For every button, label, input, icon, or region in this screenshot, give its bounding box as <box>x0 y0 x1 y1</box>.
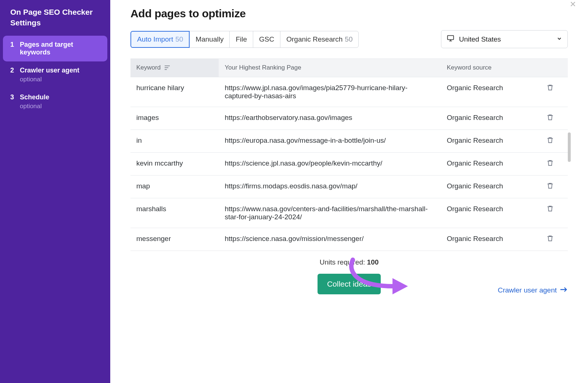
trash-icon[interactable] <box>546 159 554 167</box>
units-label: Units required: <box>320 258 367 266</box>
units-value: 100 <box>367 258 379 266</box>
trash-icon[interactable] <box>546 205 554 212</box>
trash-icon[interactable] <box>546 136 554 144</box>
tab-label: File <box>236 35 247 43</box>
footer: Units required: 100 Collect ideas Crawle… <box>130 258 568 305</box>
svg-rect-1 <box>165 65 170 66</box>
keywords-table-wrap: Keyword Your Highest Ranking Page Keywor… <box>130 58 568 251</box>
sidebar-title: On Page SEO Checker Settings <box>0 7 110 36</box>
nav-optional: optional <box>20 103 49 110</box>
country-select[interactable]: United States <box>441 30 568 48</box>
nav-number: 2 <box>10 67 15 83</box>
trash-icon[interactable] <box>546 182 554 189</box>
next-link-label: Crawler user agent <box>498 286 557 294</box>
cell-source: Organic Research <box>441 77 541 107</box>
chevron-down-icon <box>556 35 562 43</box>
tab-label: Auto Import <box>137 35 173 43</box>
column-label: Keyword <box>136 64 161 71</box>
main-content: Add pages to optimize Auto Import 50 Man… <box>110 0 588 383</box>
column-header-keyword[interactable]: Keyword <box>130 59 219 77</box>
page-title: Add pages to optimize <box>130 7 568 20</box>
cell-url: https://science.jpl.nasa.gov/people/kevi… <box>219 152 441 175</box>
cell-url: https://www.jpl.nasa.gov/images/pia25779… <box>219 77 441 107</box>
tab-count: 50 <box>345 35 352 43</box>
sidebar-item-crawler-user-agent[interactable]: 2 Crawler user agent optional <box>3 61 107 88</box>
tab-manually[interactable]: Manually <box>189 31 230 48</box>
tab-label: Manually <box>196 35 223 43</box>
cell-source: Organic Research <box>441 107 541 130</box>
trash-icon[interactable] <box>546 235 554 242</box>
cell-keyword: in <box>130 130 219 152</box>
cell-keyword: kevin mccarthy <box>130 152 219 175</box>
sidebar: On Page SEO Checker Settings 1 Pages and… <box>0 0 110 383</box>
trash-icon[interactable] <box>546 114 554 121</box>
cell-url: https://science.nasa.gov/mission/messeng… <box>219 228 441 251</box>
crawler-user-agent-link[interactable]: Crawler user agent <box>498 286 568 294</box>
keywords-table: Keyword Your Highest Ranking Page Keywor… <box>130 59 568 251</box>
cell-url: https://earthobservatory.nasa.gov/images <box>219 107 441 130</box>
nav-number: 3 <box>10 93 15 110</box>
nav-label: Crawler user agent <box>20 67 79 74</box>
units-required: Units required: 100 <box>130 258 568 266</box>
import-tabs: Auto Import 50 Manually File GSC Organic… <box>130 31 359 48</box>
toolbar: Auto Import 50 Manually File GSC Organic… <box>130 30 568 48</box>
table-row: marshallshttps://www.nasa.gov/centers-an… <box>130 198 568 228</box>
cell-keyword: images <box>130 107 219 130</box>
cell-source: Organic Research <box>441 228 541 251</box>
cell-source: Organic Research <box>441 130 541 152</box>
sidebar-item-schedule[interactable]: 3 Schedule optional <box>3 88 107 115</box>
country-label: United States <box>459 35 501 43</box>
cell-url: https://firms.modaps.eosdis.nasa.gov/map… <box>219 175 441 198</box>
tab-organic-research[interactable]: Organic Research 50 <box>280 31 359 48</box>
svg-rect-3 <box>165 69 167 70</box>
nav-number: 1 <box>10 41 15 56</box>
svg-rect-2 <box>165 67 168 68</box>
cell-source: Organic Research <box>441 152 541 175</box>
tab-auto-import[interactable]: Auto Import 50 <box>130 31 190 48</box>
svg-rect-0 <box>448 36 454 40</box>
table-row: messengerhttps://science.nasa.gov/missio… <box>130 228 568 251</box>
column-header-page: Your Highest Ranking Page <box>219 59 441 77</box>
cell-source: Organic Research <box>441 175 541 198</box>
sort-icon <box>165 64 170 72</box>
tab-file[interactable]: File <box>229 31 253 48</box>
desktop-icon <box>447 34 455 44</box>
cell-keyword: messenger <box>130 228 219 251</box>
arrow-right-icon <box>560 286 568 294</box>
column-header-actions <box>541 59 568 77</box>
sidebar-item-pages-keywords[interactable]: 1 Pages and target keywords <box>3 36 107 61</box>
cell-source: Organic Research <box>441 198 541 228</box>
tab-count: 50 <box>175 35 183 43</box>
table-row: kevin mccarthyhttps://science.jpl.nasa.g… <box>130 152 568 175</box>
nav-label: Schedule <box>20 93 49 101</box>
cell-keyword: hurricane hilary <box>130 77 219 107</box>
cell-keyword: map <box>130 175 219 198</box>
trash-icon[interactable] <box>546 84 554 91</box>
nav-optional: optional <box>20 76 79 83</box>
close-icon[interactable] <box>569 0 577 10</box>
cell-url: https://europa.nasa.gov/message-in-a-bot… <box>219 130 441 152</box>
tab-gsc[interactable]: GSC <box>253 31 280 48</box>
tab-label: GSC <box>259 35 274 43</box>
table-row: imageshttps://earthobservatory.nasa.gov/… <box>130 107 568 130</box>
column-header-source: Keyword source <box>441 59 541 77</box>
cell-keyword: marshalls <box>130 198 219 228</box>
table-row: hurricane hilaryhttps://www.jpl.nasa.gov… <box>130 77 568 107</box>
table-row: maphttps://firms.modaps.eosdis.nasa.gov/… <box>130 175 568 198</box>
table-row: inhttps://europa.nasa.gov/message-in-a-b… <box>130 130 568 152</box>
scrollbar[interactable] <box>568 132 571 162</box>
cell-url: https://www.nasa.gov/centers-and-facilit… <box>219 198 441 228</box>
collect-ideas-button[interactable]: Collect ideas <box>318 274 381 294</box>
tab-label: Organic Research <box>286 35 343 43</box>
nav-label: Pages and target keywords <box>20 41 101 56</box>
